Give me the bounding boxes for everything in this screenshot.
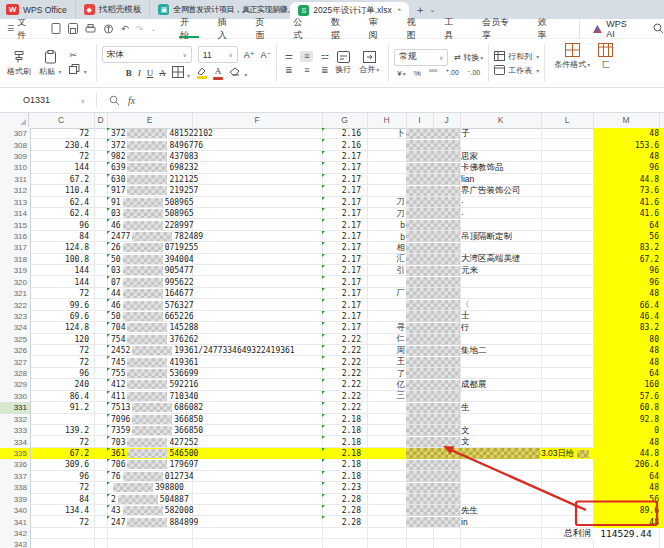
cell-G310[interactable]: 2.17 (322, 162, 361, 173)
tab-docer-templates[interactable]: ◆ 找稻壳模板 (75, 0, 150, 19)
cell-name-332[interactable] (406, 414, 460, 425)
cell-G319[interactable]: 2.17 (322, 265, 361, 276)
cell-name-341[interactable] (406, 516, 460, 527)
cell-C312[interactable]: 110.4 (28, 185, 89, 196)
cell-name-340[interactable] (406, 505, 460, 516)
merge-cells-button[interactable]: 合并▾ (355, 51, 383, 75)
increase-font-button[interactable]: A⁺ (244, 50, 255, 60)
name-fragment-left[interactable]: 了 (367, 368, 405, 379)
cell-E335[interactable]: 361546500 (107, 448, 322, 459)
cell-G307[interactable]: 2.16 (322, 128, 361, 139)
cell-name-339[interactable] (406, 494, 460, 505)
name-fragment-right[interactable]: 士 (461, 311, 581, 322)
save-icon[interactable] (68, 23, 78, 34)
column-header-C[interactable]: C (28, 113, 95, 127)
cell-M339[interactable]: 56 (593, 494, 663, 505)
cell-C331[interactable]: 91.2 (28, 402, 89, 413)
cell-M314[interactable]: 41.6 (593, 208, 663, 219)
cell-E338[interactable]: 398800 (107, 482, 322, 493)
name-box[interactable]: O1331 ∨ (18, 91, 90, 109)
cell-name-315[interactable] (406, 219, 460, 230)
cell-G341[interactable]: 2.28 (322, 516, 361, 527)
cell-C324[interactable]: 124.8 (28, 322, 89, 333)
row-header-313[interactable]: 313 (0, 197, 31, 208)
cell-C336[interactable]: 309.6 (28, 459, 89, 470)
cell-C308[interactable]: 230.4 (28, 139, 89, 150)
menu-开始[interactable]: 开始 (170, 19, 208, 38)
cell-G333[interactable]: 2.18 (322, 425, 361, 436)
cell-E323[interactable]: 50665226 (107, 311, 322, 322)
copy-button[interactable]: ▾ (69, 64, 87, 76)
cell-L342[interactable]: 总利润 (541, 528, 593, 539)
row-header-333[interactable]: 333 (0, 425, 31, 436)
cell-G313[interactable]: 2.17 (322, 197, 361, 208)
row-header-314[interactable]: 314 (0, 208, 31, 219)
cell-C319[interactable]: 144 (28, 265, 89, 276)
row-header-317[interactable]: 317 (0, 242, 31, 253)
formula-search-icon[interactable] (109, 95, 120, 106)
new-tab-button[interactable]: + (417, 4, 423, 16)
cell-name-319[interactable] (406, 265, 460, 276)
cell-name-333[interactable] (406, 425, 460, 436)
cell-name-308[interactable] (406, 139, 460, 150)
name-fragment-left[interactable]: 寻 (367, 322, 405, 333)
name-fragment-right[interactable]: 吊顶隔断定制 (461, 231, 581, 242)
cell-E314[interactable]: 03508965 (107, 208, 322, 219)
name-fragment-left[interactable]: 汇 (367, 254, 405, 265)
column-header-E[interactable]: E (107, 113, 193, 127)
cell-name-327[interactable] (406, 356, 460, 367)
worksheet-button[interactable]: 工作表▾ (494, 65, 539, 76)
new-document-icon[interactable] (51, 23, 61, 34)
cell-C329[interactable]: 240 (28, 379, 89, 390)
cell-M321[interactable]: 48 (593, 288, 663, 299)
cell-E321[interactable]: 44164677 (107, 288, 322, 299)
paste-button[interactable]: 粘贴 ▾ (35, 50, 65, 77)
cell-C341[interactable]: 72 (28, 516, 89, 527)
menu-会员专享[interactable]: 会员专享 (472, 19, 528, 38)
name-fragment-left[interactable]: 厂 (367, 288, 405, 299)
row-header-332[interactable]: 332 (0, 414, 31, 425)
cell-E318[interactable]: 50394004 (107, 254, 322, 265)
name-fragment-right[interactable]: · (461, 197, 581, 208)
cell-name-320[interactable] (406, 276, 460, 287)
name-fragment-left[interactable]: 王 (367, 356, 405, 367)
row-header-335[interactable]: 335 (0, 448, 31, 459)
cell-name-322[interactable] (406, 299, 460, 310)
cell-E341[interactable]: 247884899 (107, 516, 322, 527)
cell-G327[interactable]: 2.22 (322, 356, 361, 367)
cell-C316[interactable]: 84 (28, 231, 89, 242)
column-header-M[interactable]: M (593, 113, 660, 127)
cell-name-326[interactable] (406, 345, 460, 356)
name-fragment-left[interactable]: 周 (367, 345, 405, 356)
cell-E307[interactable]: 372481522102 (107, 128, 322, 139)
table-style-button-partial[interactable]: 匚 (594, 43, 617, 70)
cell-E315[interactable]: 46228997 (107, 219, 322, 230)
quick-access-caret[interactable]: ⌄ (151, 25, 156, 32)
cell-G325[interactable]: 2.22 (322, 334, 361, 345)
cell-M334[interactable]: 48 (593, 436, 663, 447)
menu-数据[interactable]: 数据 (321, 19, 359, 38)
menu-公式[interactable]: 公式 (283, 19, 321, 38)
cell-G336[interactable]: 2.18 (322, 459, 361, 470)
cell-M340[interactable]: 89.6 (593, 505, 663, 516)
name-fragment-left[interactable]: 亿 (367, 379, 405, 390)
name-fragment-left[interactable]: 刀 (367, 197, 405, 208)
cell-M319[interactable]: 96 (593, 265, 663, 276)
name-fragment-left[interactable]: b (367, 231, 405, 242)
total-profit-value[interactable]: 114529.44 (593, 528, 659, 539)
cell-C314[interactable]: 62.4 (28, 208, 89, 219)
cell-M324[interactable]: 83.2 (593, 322, 663, 333)
fill-color-button[interactable] (196, 67, 207, 79)
print-icon[interactable] (85, 24, 96, 34)
cell-C325[interactable]: 120 (28, 334, 89, 345)
column-header-D[interactable]: D (94, 113, 108, 127)
cell-E311[interactable]: 630212125 (107, 174, 322, 185)
cell-E333[interactable]: 7359366850 (107, 425, 322, 436)
name-fragment-left[interactable]: 相 (367, 242, 405, 253)
cell-M337[interactable]: 64 (593, 471, 663, 482)
cell-name-313[interactable] (406, 197, 460, 208)
column-header-J[interactable]: J (433, 113, 461, 127)
name-fragment-right[interactable]: 生 (461, 402, 581, 413)
row-header-341[interactable]: 341 (0, 516, 31, 527)
wrap-text-button[interactable]: 换行 (331, 51, 355, 75)
